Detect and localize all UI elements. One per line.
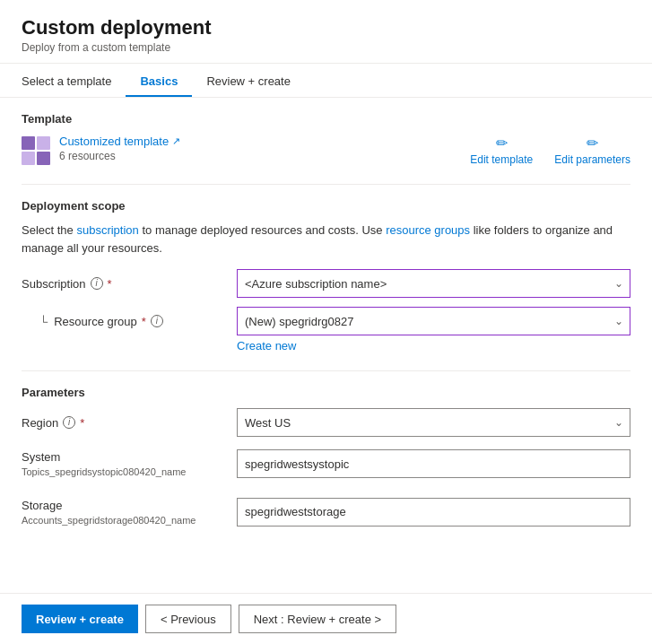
main-content: Template Customized template ↗ 6 resourc… [0,98,652,617]
template-name-link[interactable]: Customized template ↗ [59,135,180,148]
parameters-section: Parameters Region i West US ⌄ System Top… [22,370,630,527]
icon-cell-2 [37,136,50,150]
template-name-text: Customized template [59,135,169,148]
storage-label: Storage [22,498,237,514]
icon-cell-4 [37,152,50,165]
subscription-link[interactable]: subscription [76,223,138,237]
resource-group-select[interactable]: (New) spegridrg0827 [237,307,630,335]
external-link-icon: ↗ [172,135,180,147]
scope-description: Select the subscription to manage deploy… [22,222,630,257]
subscription-info-icon[interactable]: i [91,277,103,290]
system-label: System [22,449,237,466]
next-button[interactable]: Next : Review + create > [239,605,396,633]
storage-sublabel: Accounts_spegridstorage080420_name [22,514,237,527]
icon-cell-1 [22,136,35,150]
region-label: Region i [22,416,237,430]
header-section: Custom deployment Deploy from a custom t… [0,0,652,64]
edit-parameters-pencil-icon: ✏ [587,135,598,152]
subscription-control: <Azure subscription name> ⌄ [237,269,630,298]
system-label-area: System Topics_spegridsystopic080420_name [22,449,237,480]
page-title: Custom deployment [22,16,630,39]
edit-parameters-button[interactable]: ✏ Edit parameters [554,135,630,166]
resource-group-select-wrapper: (New) spegridrg0827 ⌄ [237,307,630,335]
resource-group-control: (New) spegridrg0827 ⌄ [237,307,630,335]
review-create-button[interactable]: Review + create [22,605,138,633]
template-resources: 6 resources [59,150,180,162]
edit-parameters-label: Edit parameters [554,153,630,166]
region-select[interactable]: West US [237,408,630,437]
system-control [237,449,630,478]
edit-template-label: Edit template [470,153,533,166]
icon-cell-3 [22,152,35,165]
subscription-label: Subscription i [22,277,237,291]
subscription-row: Subscription i <Azure subscription name>… [22,269,630,298]
resource-group-indent: └ Resource group * i [22,315,237,328]
footer-bar: Review + create < Previous Next : Review… [0,593,652,644]
template-icon [22,136,50,165]
region-control: West US ⌄ [237,408,630,437]
tab-review-create[interactable]: Review + create [192,64,305,97]
region-row: Region i West US ⌄ [22,408,630,437]
page-subtitle: Deploy from a custom template [22,41,630,54]
deployment-scope-label: Deployment scope [22,199,630,213]
resource-group-row: └ Resource group * i (New) spegridrg0827… [22,307,630,335]
edit-template-pencil-icon: ✏ [496,135,508,152]
edit-actions: ✏ Edit template ✏ Edit parameters [470,135,630,166]
storage-input[interactable] [237,498,630,527]
template-section: Template Customized template ↗ 6 resourc… [22,112,630,166]
parameters-label: Parameters [22,386,630,399]
system-input[interactable] [237,449,630,478]
deployment-scope-section: Deployment scope Select the subscription… [22,184,630,352]
tab-select-template[interactable]: Select a template [22,64,126,97]
system-row: System Topics_spegridsystopic080420_name [22,446,630,480]
resource-group-label: Resource group [54,315,137,328]
previous-button[interactable]: < Previous [145,605,231,633]
subscription-select-wrapper: <Azure subscription name> ⌄ [237,269,630,298]
tab-basics[interactable]: Basics [126,64,192,97]
storage-label-area: Storage Accounts_spegridstorage080420_na… [22,498,237,528]
resource-groups-link[interactable]: resource groups [386,223,470,237]
system-sublabel: Topics_spegridsystopic080420_name [22,466,237,479]
tabs-bar: Select a template Basics Review + create [0,64,652,98]
template-row: Customized template ↗ 6 resources ✏ Edit… [22,135,630,166]
create-new-link[interactable]: Create new [237,339,630,352]
storage-control [237,498,630,527]
resource-group-info-icon[interactable]: i [151,315,163,327]
template-section-label: Template [22,112,630,126]
storage-row: Storage Accounts_spegridstorage080420_na… [22,489,630,528]
region-select-wrapper: West US ⌄ [237,408,630,437]
edit-template-button[interactable]: ✏ Edit template [470,135,533,166]
template-name-area: Customized template ↗ 6 resources [59,135,180,162]
template-info: Customized template ↗ 6 resources [22,135,180,165]
subscription-select[interactable]: <Azure subscription name> [237,269,630,298]
region-info-icon[interactable]: i [63,416,75,429]
